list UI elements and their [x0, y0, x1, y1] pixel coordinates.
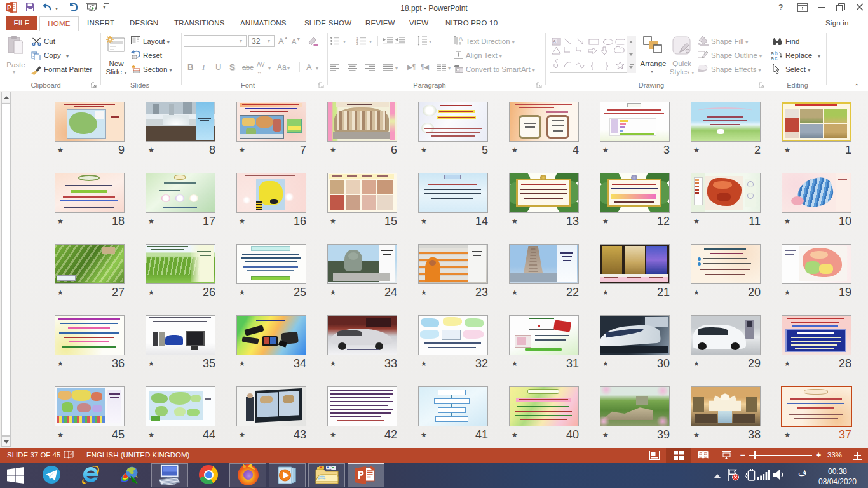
svg-text:3: 3 — [356, 42, 358, 45]
svg-text:c: c — [775, 55, 778, 61]
svg-text:A: A — [459, 36, 463, 42]
svg-text:a: a — [771, 55, 774, 61]
svg-text:A: A — [553, 39, 556, 43]
